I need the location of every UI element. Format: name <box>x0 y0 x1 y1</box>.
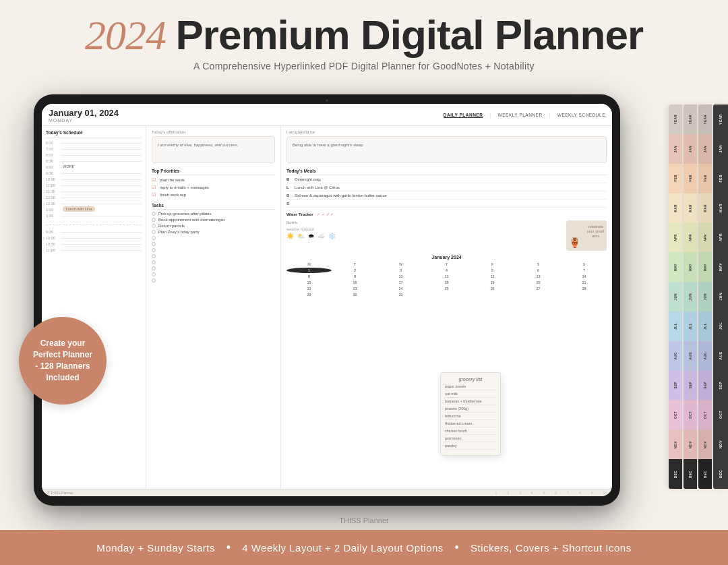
tab-aug-1[interactable]: AUG <box>669 341 682 371</box>
tab-feb-4[interactable]: FEB <box>713 164 728 194</box>
tab-may-2[interactable]: MAY <box>684 252 697 282</box>
cal-cell-15[interactable]: 15 <box>286 280 332 285</box>
tab-feb-1[interactable]: FEB <box>669 164 682 194</box>
tab-sep-3[interactable]: SEP <box>698 371 712 400</box>
cal-cell-24[interactable]: 24 <box>378 286 423 291</box>
cal-cell-4[interactable]: 4 <box>424 268 469 273</box>
tab-jun-4[interactable]: JUN <box>713 282 728 311</box>
tab-sep-1[interactable]: SEP <box>669 371 682 400</box>
cal-cell-18[interactable]: 18 <box>424 280 469 285</box>
grateful-box[interactable]: Being able to have a good night's sleep <box>286 136 607 163</box>
notes-section: Notes: weather forecast ☀️ ⛅ 🌧 ☁️ <box>286 220 607 251</box>
tab-dec-3[interactable]: DEC <box>698 459 712 489</box>
tab-year-1[interactable]: YEAR <box>669 105 682 134</box>
cal-cell-13[interactable]: 13 <box>516 274 561 279</box>
cal-cell-14[interactable]: 14 <box>562 274 607 279</box>
cal-cell-2[interactable]: 2 <box>332 268 377 273</box>
tab-feb-2[interactable]: FEB <box>684 164 697 194</box>
cal-cell-31[interactable]: 31 <box>378 292 423 297</box>
bottom-item-1: Monday + Sunday Starts <box>96 542 215 554</box>
time-slot-1200: 12:00 <box>46 195 142 200</box>
cal-cell-5[interactable]: 5 <box>470 268 515 273</box>
planner-nav: DAILY PLANNER | WEEKLY PLANNER | WEEKLY … <box>444 113 605 118</box>
nav-daily[interactable]: DAILY PLANNER <box>444 113 483 118</box>
tab-nov-2[interactable]: NOV <box>684 429 697 459</box>
tab-dec-1[interactable]: DEC <box>669 459 682 489</box>
tab-mar-3[interactable]: MAR <box>698 194 712 223</box>
tab-oct-2[interactable]: OCT <box>684 400 697 429</box>
cal-cell-12[interactable]: 12 <box>470 274 515 279</box>
tab-oct-4[interactable]: OCT <box>713 400 728 429</box>
tab-strips: YEAR JAN FEB MAR APR MAY JUN JUL AUG SEP… <box>669 105 728 502</box>
tab-jul-2[interactable]: JUL <box>684 311 697 341</box>
affirmation-box[interactable]: I am worthy of love, happiness, and succ… <box>152 136 275 163</box>
tab-oct-3[interactable]: OCT <box>698 400 712 429</box>
tab-mar-2[interactable]: MAR <box>684 194 697 223</box>
cal-cell-17[interactable]: 17 <box>378 280 423 285</box>
tab-jul-1[interactable]: JUL <box>669 311 682 341</box>
tab-jan-1[interactable]: JAN <box>669 134 682 164</box>
nav-schedule[interactable]: WEEKLY SCHEDULE <box>557 113 605 118</box>
tab-year-3[interactable]: YEAR <box>698 105 712 134</box>
tab-aug-4[interactable]: AUG <box>713 341 728 371</box>
cal-cell-1[interactable]: 1 <box>286 268 332 273</box>
tab-jun-2[interactable]: JUN <box>684 282 697 311</box>
tab-apr-1[interactable]: APR <box>669 222 682 252</box>
tab-year-2[interactable]: YEAR <box>684 105 697 134</box>
tab-nov-4[interactable]: NOV <box>713 429 728 459</box>
cal-cell-23[interactable]: 23 <box>332 286 377 291</box>
cal-cell-25[interactable]: 25 <box>424 286 469 291</box>
tab-mar-1[interactable]: MAR <box>669 194 682 223</box>
attribution: THISS Planner <box>0 516 728 525</box>
cal-cell-26[interactable]: 26 <box>470 286 515 291</box>
tab-aug-2[interactable]: AUG <box>684 341 697 371</box>
cal-cell-28[interactable]: 28 <box>562 286 607 291</box>
tab-may-4[interactable]: MAY <box>713 252 728 282</box>
tab-jan-3[interactable]: JAN <box>698 134 712 164</box>
cal-cell-19[interactable]: 19 <box>470 280 515 285</box>
cal-cell-16[interactable]: 16 <box>332 280 377 285</box>
tab-jul-4[interactable]: JUL <box>713 311 728 341</box>
tab-aug-3[interactable]: AUG <box>698 341 712 371</box>
cal-cell-20[interactable]: 20 <box>516 280 561 285</box>
meals-section: Today's Meals B Overnight oats L Lunch w… <box>286 169 607 208</box>
cal-cell-9[interactable]: 9 <box>332 274 377 279</box>
weather-icons: ☀️ ⛅ 🌧 ☁️ ❄️ <box>286 233 562 239</box>
tab-apr-4[interactable]: APR <box>713 222 728 252</box>
tab-year-4[interactable]: YEAR <box>713 105 728 134</box>
cal-cell-6[interactable]: 6 <box>516 268 561 273</box>
tab-oct-1[interactable]: OCT <box>669 400 682 429</box>
tab-mar-4[interactable]: MAR <box>713 194 728 223</box>
cal-cell-22[interactable]: 22 <box>286 286 332 291</box>
tab-dec-2[interactable]: DEC <box>684 459 697 489</box>
tab-sep-4[interactable]: SEP <box>713 371 728 400</box>
cal-cell-3[interactable]: 3 <box>378 268 423 273</box>
tab-jan-2[interactable]: JAN <box>684 134 697 164</box>
priorities-label: Top Priorities <box>152 169 275 175</box>
cal-cell-30[interactable]: 30 <box>332 292 377 297</box>
tab-nov-1[interactable]: NOV <box>669 429 682 459</box>
tab-apr-3[interactable]: APR <box>698 222 712 252</box>
tab-may-1[interactable]: MAY <box>669 252 682 282</box>
tab-dec-4[interactable]: DEC <box>713 459 728 489</box>
cal-cell-29[interactable]: 29 <box>286 292 332 297</box>
cal-cell-7[interactable]: 7 <box>562 268 607 273</box>
water-label: Water Tracker <box>286 212 313 216</box>
cal-cell-10[interactable]: 10 <box>378 274 423 279</box>
cal-cell-21[interactable]: 21 <box>562 280 607 285</box>
tab-jun-1[interactable]: JUN <box>669 282 682 311</box>
tab-sep-2[interactable]: SEP <box>684 371 697 400</box>
cal-cell-8[interactable]: 8 <box>286 274 332 279</box>
tab-jul-3[interactable]: JUL <box>698 311 712 341</box>
tab-feb-3[interactable]: FEB <box>698 164 712 194</box>
tab-may-3[interactable]: MAY <box>698 252 712 282</box>
cal-cell-11[interactable]: 11 <box>424 274 469 279</box>
tab-apr-2[interactable]: APR <box>684 222 697 252</box>
cal-cell-27[interactable]: 27 <box>516 286 561 291</box>
task-3: Return parcels <box>152 224 275 228</box>
tab-jun-3[interactable]: JUN <box>698 282 712 311</box>
nav-weekly[interactable]: WEEKLY PLANNER <box>498 113 543 118</box>
tab-jan-4[interactable]: JAN <box>713 134 728 164</box>
tab-nov-3[interactable]: NOV <box>698 429 712 459</box>
notes-text: Notes: weather forecast ☀️ ⛅ 🌧 ☁️ <box>286 220 562 251</box>
